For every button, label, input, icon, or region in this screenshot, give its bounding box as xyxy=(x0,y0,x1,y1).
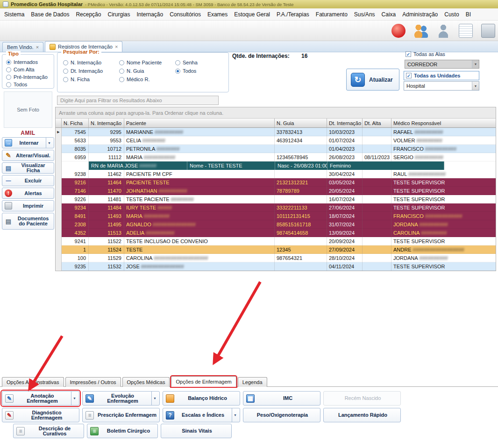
nursing-button-lancamento-rapido[interactable]: Lançamento Rápido xyxy=(323,408,401,422)
menu-item-sus-ans[interactable]: Sus/Ans xyxy=(351,9,378,20)
patients-icon[interactable] xyxy=(414,24,428,38)
table-row[interactable]: 922611481TESTE PACIENTE########16/07/202… xyxy=(56,195,496,203)
radio-pre-internacao[interactable]: Pré-Internação xyxy=(6,73,54,81)
menu-item-sistema[interactable]: Sistema xyxy=(1,9,28,20)
nursing-button-prescricao-enfermagem[interactable]: Prescrição Enfermagem xyxy=(82,408,160,422)
menu-item-exames[interactable]: Exames xyxy=(204,9,231,20)
reports-icon[interactable] xyxy=(459,24,473,38)
menu-item-recepcao[interactable]: Recepção xyxy=(72,9,104,20)
radio-n-guia[interactable]: N. Guia xyxy=(119,67,175,75)
unidade-combobox[interactable]: Hospital xyxy=(404,81,479,91)
radio-dt-internacao[interactable]: Dt. Internação xyxy=(63,67,119,75)
nursing-button-diagnostico-enfermagem[interactable]: Diagnóstico Enfermagem xyxy=(2,408,79,422)
nursing-button-evolucao-enfermagem[interactable]: Evolução Enfermagem xyxy=(82,391,160,406)
dropdown-arrow-icon[interactable] xyxy=(151,392,158,405)
rn-label: RN de MARIA JOSE###### xyxy=(89,161,187,170)
menu-item-cirurgias[interactable]: Cirurgias xyxy=(104,9,133,20)
table-row[interactable]: 923411484IURY TESTE#####3332221113327/06… xyxy=(56,203,496,212)
table-row[interactable]: 714611470JOHNATHAN##########7878978920/0… xyxy=(56,187,496,195)
table-row[interactable]: 56339553CELIA########46391243401/07/2024… xyxy=(56,136,496,145)
table-row[interactable]: 230811495AGNALDO###############858515161… xyxy=(56,220,496,229)
print-fax-icon[interactable] xyxy=(481,24,495,38)
menu-item-estoque-geral[interactable]: Estoque Geral xyxy=(231,9,273,20)
nursing-button-escalas-e-indices[interactable]: Escalas e Índices xyxy=(163,408,240,422)
menu-item-bi[interactable]: BI xyxy=(462,9,474,20)
sidebar-button-alertas[interactable]: Alertas xyxy=(2,188,54,199)
row-indicator xyxy=(56,229,62,237)
table-row[interactable]: 849111493MARIA#########10111213141518/07… xyxy=(56,212,496,220)
table-row[interactable]: 10011529CAROLINA###################98765… xyxy=(56,254,496,262)
table-row[interactable]: 923811462PACIENTE PM CPF30/04/2024RAUL##… xyxy=(56,170,496,178)
dropdown-arrow-icon[interactable] xyxy=(46,138,52,148)
column-header-n-internacao[interactable]: N. Internação xyxy=(89,119,124,127)
table-row[interactable]: 111524TESTE1234527/09/2024ANDRE#########… xyxy=(56,245,496,254)
table-row[interactable]: 921611464PACIENTE TESTE2132131232103/05/… xyxy=(56,178,496,187)
bottom-tab-opcoes-de-enfermagem[interactable]: Opções de Enfermagem xyxy=(171,376,236,387)
radio-nome-paciente[interactable]: Nome Paciente xyxy=(119,59,175,66)
sidebar-button-documentos-do-paciente[interactable]: Documentos do Paciente xyxy=(2,213,54,230)
menu-item-p-a-terapias[interactable]: P.A./Terapias xyxy=(273,9,313,20)
tab-bem-vindo[interactable]: Bem Vindo. xyxy=(2,42,43,52)
menu-item-administracao[interactable]: Administração xyxy=(399,9,441,20)
rn-subrow[interactable]: RN de MARIA JOSE######Nome - TESTE TESTE… xyxy=(56,161,496,170)
sidebar-button-internar[interactable]: Internar xyxy=(2,137,54,148)
dropdown-arrow-icon[interactable] xyxy=(71,392,78,405)
nursing-button-imc[interactable]: IMC xyxy=(243,391,320,406)
nursing-button-anotacao-enfermagem[interactable]: Anotação Enfermagem xyxy=(2,391,79,406)
menu-item-faturamento[interactable]: Faturamento xyxy=(313,9,351,20)
tab-close-icon[interactable] xyxy=(36,45,39,50)
table-row[interactable]: 803510712PETRONILA########01/04/2023FRAN… xyxy=(56,145,496,153)
radio-n-internacao[interactable]: N. Internação xyxy=(63,59,119,66)
radio-internados[interactable]: Internados xyxy=(6,58,54,66)
group-by-hint[interactable]: Arraste uma coluna aqui para agrupa-la. … xyxy=(56,107,496,119)
column-header-paciente[interactable]: Paciente xyxy=(124,119,275,127)
cell-dt-alta xyxy=(363,220,391,229)
user-icon[interactable] xyxy=(436,24,450,38)
filter-input[interactable] xyxy=(57,96,219,105)
table-row[interactable]: 924111522TESTE INCLUSAO DE CONVENIO20/09… xyxy=(56,237,496,245)
nursing-button-sinais-vitais[interactable]: Sinais Vitais xyxy=(161,424,232,438)
menu-item-consultorios[interactable]: Consultórios xyxy=(166,9,204,20)
button-label: Descrição de Curativos xyxy=(27,426,82,436)
bottom-tab-opcoes-medicas[interactable]: Opções Médicas xyxy=(122,377,170,387)
cell-guia: 78789789 xyxy=(275,187,327,195)
menu-item-custo[interactable]: Custo xyxy=(441,9,462,20)
table-row[interactable]: 923511532JOSE###############04/11/2024TE… xyxy=(56,262,496,271)
nursing-button-balanco-hidrico[interactable]: Balanço Hídrico xyxy=(163,391,240,406)
table-row[interactable]: 75459295MARIANNE##########33783241310/03… xyxy=(56,128,496,136)
table-row[interactable]: 695911112MARIA###########1234567894526/0… xyxy=(56,153,496,161)
sidebar-button-excluir[interactable]: Excluir xyxy=(2,175,54,186)
bottom-tab-opcoes-adminstrativas[interactable]: Opções Adminstrativas xyxy=(2,377,64,387)
radio-n-ficha[interactable]: N. Ficha xyxy=(63,76,119,83)
radio-todos[interactable]: Todos xyxy=(6,81,54,88)
column-header-n-guia[interactable]: N. Guia xyxy=(275,119,327,127)
column-header-n-ficha[interactable]: N. Ficha xyxy=(62,119,89,127)
radio-medico-r[interactable]: Médico R. xyxy=(119,76,175,83)
radio-com-alta[interactable]: Com Alta xyxy=(6,66,54,73)
nursing-row: Anotação EnfermagemEvolução EnfermagemBa… xyxy=(2,391,401,406)
ala-combobox[interactable]: CORREDOR xyxy=(405,60,479,69)
radio-todos[interactable]: Todos xyxy=(175,67,222,75)
nursing-button-boletim-cirurgico[interactable]: Boletim Cirúrgico xyxy=(87,424,158,438)
refresh-button[interactable]: Atualizar xyxy=(346,69,399,91)
bottom-tab-impressoes-outros[interactable]: Impressões / Outros xyxy=(65,377,121,387)
tab-close-icon[interactable] xyxy=(115,44,118,49)
support-icon[interactable] xyxy=(391,24,406,38)
todas-unidades-checkbox[interactable]: Todas as Unidades xyxy=(404,71,479,80)
sidebar-button-alterar-visual[interactable]: Alterar/Visual. xyxy=(2,150,54,161)
column-header-dt-internacao[interactable]: Dt. Internação xyxy=(327,119,363,127)
nursing-button-descricao-de-curativos[interactable]: Descrição de Curativos xyxy=(13,424,84,438)
column-header-dt-alta[interactable]: Dt. Alta xyxy=(363,119,391,127)
table-row[interactable]: 435211513ADELIA##########9874541465813/0… xyxy=(56,229,496,237)
menu-item-internacao[interactable]: Internação xyxy=(133,9,166,20)
sidebar-button-visualizar-ficha[interactable]: Visualizar Ficha xyxy=(2,162,54,174)
menu-item-base-de-dados[interactable]: Base de Dados xyxy=(28,9,72,20)
sidebar-button-imprimir[interactable]: Imprimir xyxy=(2,200,54,211)
column-header-medico-responsavel[interactable]: Médico Responsável xyxy=(391,119,496,127)
dropdown-arrow-icon[interactable] xyxy=(232,408,238,422)
menu-item-caixa[interactable]: Caixa xyxy=(378,9,399,20)
todas-alas-checkbox[interactable]: Todas as Alas xyxy=(406,51,445,57)
bottom-tab-legenda[interactable]: Legenda xyxy=(238,377,267,387)
nursing-button-peso-oxigenoterapia[interactable]: Peso/Oxigenoterapia xyxy=(243,408,320,422)
radio-senha[interactable]: Senha xyxy=(175,59,222,66)
